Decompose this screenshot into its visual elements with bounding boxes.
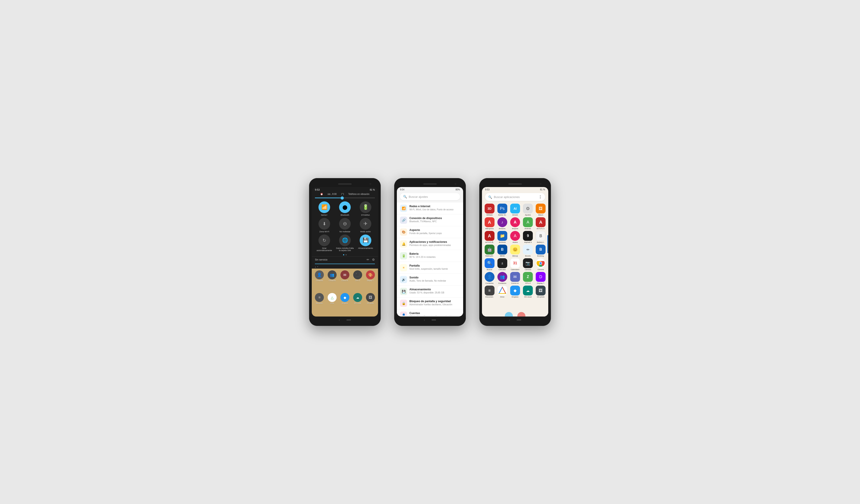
- brightness-row[interactable]: [312, 196, 378, 200]
- more-options-icon[interactable]: ⋮: [539, 195, 542, 199]
- app-correo[interactable]: ✉ Correo el.: [339, 270, 351, 292]
- app-dropbox-3[interactable]: ◆ Dropbox: [509, 286, 521, 298]
- app-bitmoji[interactable]: 😊 Bitmoji: [509, 245, 521, 257]
- security-text: Bloqueo de pantalla y seguridad Administ…: [410, 300, 460, 306]
- settings-icon[interactable]: ⚙: [372, 258, 375, 261]
- qs-tile-wifi[interactable]: 📶 Nemo+: [315, 201, 334, 216]
- home-button-1[interactable]: [346, 320, 351, 320]
- qs-tile-data[interactable]: 🌐 Datos móviles Falta la tarjeta SIM: [335, 234, 354, 251]
- settings-battery[interactable]: 🔋 Batería 80 %: 19 h 20 m restantes: [397, 250, 463, 262]
- app-3dmark[interactable]: 3D 3DMark: [484, 204, 495, 216]
- settings-network[interactable]: 📶 Redes e Internet Wi-Fi, Móvil, Uso de …: [397, 202, 463, 214]
- devices-text: Conexión de dispositivos Bluetooth, TV/A…: [410, 217, 460, 223]
- brightness-handle[interactable]: [341, 197, 344, 200]
- network-title: Redes e Internet: [410, 205, 460, 208]
- settings-sound[interactable]: 🔊 Sonido Audio, Tono de llamada, No mole…: [397, 274, 463, 286]
- qs-tile-storage[interactable]: 💾 Almacenamiento: [356, 234, 375, 251]
- app-dscloud-3[interactable]: ☁ DS cloud: [522, 286, 534, 298]
- app-buscar[interactable]: 🔍 Buscar: [484, 258, 495, 271]
- app-antutu3[interactable]: A AnTuTu 3.: [535, 217, 546, 230]
- app-album[interactable]: 🖼 Álbum: [535, 204, 546, 216]
- qs-tile-dnd[interactable]: ⊖ No molestar: [335, 218, 354, 233]
- settings-storage[interactable]: 💾 Almacenamiento Usado: 53 %; disponible…: [397, 286, 463, 298]
- qs-tile-bluetooth[interactable]: ⬤ Bluetooth: [335, 201, 354, 216]
- app-dsphoto[interactable]: 🖼 DS photo: [364, 293, 376, 315]
- app-dscloud[interactable]: ☁ DS cloud: [352, 293, 363, 315]
- settings-aspect[interactable]: 🎨 Aspecto Fondo de pantalla, Xperia Loop…: [397, 226, 463, 238]
- phone-3-notch: [482, 181, 548, 187]
- qs-tile-airplane[interactable]: ✈ Modo avión: [356, 218, 375, 233]
- back-button-3[interactable]: ‹: [509, 318, 510, 322]
- app-correo[interactable]: ✉ Correo el.: [509, 272, 521, 284]
- app-documen[interactable]: ≡ Documen.: [484, 286, 495, 298]
- home-button-3[interactable]: [517, 320, 521, 320]
- app-calculadora[interactable]: ± Calculad.: [497, 258, 508, 271]
- app-camara[interactable]: 📷 Cámara: [522, 258, 534, 271]
- app-booking[interactable]: B Booking.: [535, 245, 546, 257]
- app-ajustes[interactable]: ⚙ Ajustes: [522, 204, 534, 216]
- app-chrome[interactable]: Chrome: [535, 258, 546, 271]
- qs-pagination: [312, 253, 378, 256]
- screen-subtitle: Nivel brillo, suspensión, tamaño fuente: [410, 268, 460, 270]
- qs-tile-hotspot[interactable]: ⬇ Zona Wi-Fi: [315, 218, 334, 233]
- home-button-2[interactable]: [432, 320, 436, 320]
- app-batterydr[interactable]: 🤖 BatteryDr.: [484, 245, 495, 257]
- app-bbva[interactable]: B BBVA: [497, 245, 508, 257]
- app-dsphoto-3[interactable]: 🖼 DS photo: [535, 286, 546, 298]
- app-contactos-2[interactable]: 👥 Contactos: [326, 270, 338, 292]
- settings-search-bar[interactable]: 🔍 Buscar ajustes: [400, 193, 460, 200]
- security-subtitle: Administrador huellas dactilares, Ubicac…: [410, 303, 460, 306]
- airplane-icon: ✈: [360, 218, 371, 230]
- sound-subtitle: Audio, Tono de llamada, No molestar: [410, 279, 460, 282]
- settings-apps[interactable]: 🔔 Aplicaciones y notificaciones Permisos…: [397, 238, 463, 250]
- app-boceto[interactable]: ✏ Boceto: [522, 245, 534, 257]
- app-contactos-2[interactable]: 👥 Contactos: [497, 272, 508, 284]
- qs-wifi-label: Nemo+: [321, 214, 327, 216]
- phone-2-nav: ‹: [397, 317, 463, 323]
- screen-text: Pantalla Nivel brillo, suspensión, tamañ…: [410, 264, 460, 270]
- accounts-subtitle: BBVA, Office, Sincronizar Samsung Health…: [410, 315, 460, 316]
- app-dropbox[interactable]: ◆ Dropbox: [339, 293, 351, 315]
- back-button-1[interactable]: ‹: [339, 318, 340, 322]
- app-displayt[interactable]: D Display T.: [535, 272, 546, 284]
- settings-accounts[interactable]: 👤 Cuentas BBVA, Office, Sincronizar Sams…: [397, 309, 463, 316]
- settings-security[interactable]: 🔒 Bloqueo de pantalla y seguridad Admini…: [397, 298, 463, 309]
- app-search-placeholder: Buscar aplicaciones: [494, 195, 536, 199]
- qs-dnd-label: No molestar: [340, 230, 350, 233]
- app-cpuz[interactable]: ⬛ CPU-Z: [352, 270, 363, 292]
- phone-3-battery: 81 %: [540, 188, 545, 191]
- app-batteryl[interactable]: B Battery L.: [535, 231, 546, 243]
- storage-icon: 💾: [360, 234, 371, 246]
- settings-devices[interactable]: 🔗 Conexión de dispositivos Bluetooth, TV…: [397, 214, 463, 226]
- app-aliexpress[interactable]: A AliExpress: [484, 217, 495, 230]
- app-drive[interactable]: △ Drive: [326, 293, 338, 315]
- app-android[interactable]: A Android.: [522, 217, 534, 230]
- app-ampere[interactable]: A Ampere: [509, 217, 521, 230]
- app-archivos[interactable]: 📁 Archivos: [497, 231, 508, 243]
- battery-subtitle: 80 %: 19 h 20 m restantes: [410, 256, 460, 258]
- app-display[interactable]: 🎨 Display T.: [364, 270, 376, 292]
- app-docs[interactable]: ≡ Documen.: [314, 293, 326, 315]
- app-asphalt[interactable]: 9 Asphalt 9: [522, 231, 534, 243]
- app-asana[interactable]: A Asana: [509, 231, 521, 243]
- app-contactos-1[interactable]: 👤 Contactos: [484, 272, 495, 284]
- search-icon-2: 🔍: [403, 195, 407, 199]
- phone-3: 9:53 81 % 🔍 Buscar aplicaciones ⋮ 3D: [479, 178, 551, 326]
- app-contactos-1[interactable]: 👤 Contactos: [314, 270, 326, 292]
- app-adobe[interactable]: Ps Adobe Sc.: [497, 204, 508, 216]
- app-aimark[interactable]: AI AImark: [509, 204, 521, 216]
- app-drive-3[interactable]: Drive: [497, 286, 508, 298]
- homescreen-apps: 👤 Contactos 👥 Contactos ✉ Correo el. ⬛ C…: [312, 269, 378, 317]
- app-antutub[interactable]: A AnTuTu B.: [484, 231, 495, 243]
- qs-tile-stamina[interactable]: 🔋 STAMINA: [356, 201, 375, 216]
- app-cpuz-3[interactable]: Z CPU-Z: [522, 272, 534, 284]
- brightness-bar[interactable]: [315, 198, 375, 198]
- accounts-icon-wrap: 👤: [400, 312, 407, 316]
- edit-icon[interactable]: ✏: [367, 258, 369, 261]
- app-amazon[interactable]: ♪ Amazon.: [497, 217, 508, 230]
- back-button-2[interactable]: ‹: [424, 318, 425, 322]
- qs-tile-rotate[interactable]: ↻ Girar automáticamente: [315, 234, 334, 251]
- app-search-bar[interactable]: 🔍 Buscar aplicaciones ⋮: [485, 193, 545, 201]
- app-calendario[interactable]: 31 Calendario: [509, 258, 521, 271]
- settings-screen[interactable]: ☀ Pantalla Nivel brillo, suspensión, tam…: [397, 262, 463, 274]
